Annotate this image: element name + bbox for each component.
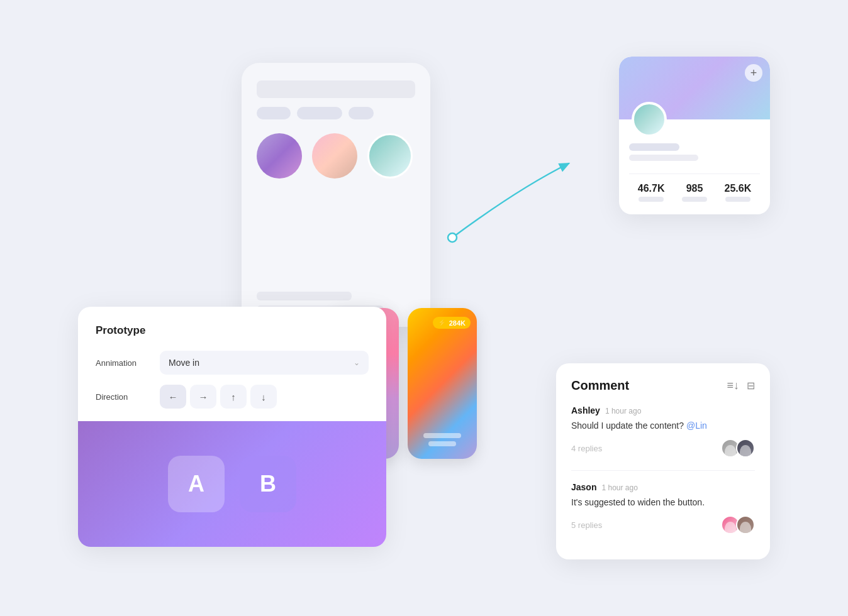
direction-buttons: ← → ↑ ↓ — [160, 385, 369, 409]
dir-btn-left[interactable]: ← — [160, 385, 186, 409]
circle-teal — [367, 133, 413, 179]
comment-item-1: Ashley 1 hour ago Should I update the co… — [571, 405, 755, 458]
comment-item-2: Jason 1 hour ago It's suggested to widen… — [571, 482, 755, 534]
comment-user-1: Ashley — [571, 405, 600, 415]
prototype-preview: A B — [78, 421, 386, 547]
stat-item-1: 46.7K — [638, 183, 665, 202]
sort-icon[interactable]: ≡↓ — [727, 379, 739, 392]
prototype-card: Prototype Annimation Move in ⌄ Direction… — [78, 307, 386, 547]
profile-card: + 46.7K 985 25.6K — [619, 57, 770, 214]
dir-btn-right[interactable]: → — [190, 385, 216, 409]
phone-bar-4 — [428, 441, 456, 446]
mockup-tag-1 — [257, 107, 291, 119]
comment-card: Comment ≡↓ ⊟ Ashley 1 hour ago Should I … — [556, 363, 770, 559]
comment-replies-1: 4 replies — [571, 439, 755, 458]
phone-badge: ⚡ 284K — [433, 317, 471, 329]
phone-badge-icon: ⚡ — [438, 319, 447, 327]
stat-value-2: 985 — [686, 183, 703, 194]
filter-icon[interactable]: ⊟ — [747, 380, 755, 392]
phone-badge-label: 284K — [449, 319, 466, 327]
mockup-top-bar — [257, 80, 415, 98]
profile-sub-bar — [629, 155, 698, 161]
mockup-circles — [257, 133, 415, 179]
reply-avatars-2 — [721, 515, 755, 534]
mobile-mockup — [242, 63, 430, 327]
reply-avatar-1b — [736, 439, 755, 458]
replies-label-2: 5 replies — [571, 520, 602, 530]
circle-purple — [257, 133, 302, 179]
mockup-tags — [257, 107, 415, 119]
profile-stats: 46.7K 985 25.6K — [629, 173, 760, 202]
comment-meta-1: Ashley 1 hour ago — [571, 405, 755, 415]
comment-replies-2: 5 replies — [571, 515, 755, 534]
phone-thumb-gradient: ⚡ 284K — [408, 308, 477, 459]
animation-select[interactable]: Move in ⌄ — [160, 351, 369, 375]
comment-mention-1[interactable]: @Lin — [686, 421, 707, 431]
dir-btn-up[interactable]: ↑ — [220, 385, 247, 409]
stat-bar-2 — [682, 197, 707, 202]
comment-text-2: It's suggested to widen the button. — [571, 496, 755, 509]
direction-label: Direction — [96, 392, 152, 402]
circle-peach — [312, 133, 357, 179]
comment-time-1: 1 hour ago — [605, 407, 641, 415]
stat-item-2: 985 — [682, 183, 707, 202]
reply-avatar-2b — [736, 515, 755, 534]
dir-btn-down[interactable]: ↓ — [250, 385, 277, 409]
comment-meta-2: Jason 1 hour ago — [571, 482, 755, 492]
phone-bar-3 — [423, 433, 461, 438]
stat-bar-3 — [725, 197, 750, 202]
comment-user-2: Jason — [571, 482, 596, 492]
mockup-bar-sm-1 — [257, 292, 352, 300]
direction-row: Direction ← → ↑ ↓ — [96, 385, 369, 409]
mockup-tag-2 — [297, 107, 342, 119]
comment-divider — [571, 470, 755, 471]
comment-title: Comment — [571, 378, 629, 393]
comment-time-2: 1 hour ago — [601, 483, 637, 492]
svg-point-1 — [448, 233, 457, 242]
replies-label-1: 4 replies — [571, 444, 602, 453]
profile-name-bar — [629, 143, 679, 151]
profile-plus-button[interactable]: + — [745, 64, 762, 82]
phone-gradient-bars — [423, 433, 461, 446]
comment-header: Comment ≡↓ ⊟ — [571, 378, 755, 393]
profile-banner: + — [619, 57, 770, 119]
profile-avatar — [632, 102, 667, 137]
mockup-tag-3 — [349, 107, 374, 119]
stat-value-1: 46.7K — [638, 183, 665, 194]
animation-row: Annimation Move in ⌄ — [96, 351, 369, 375]
stat-item-3: 25.6K — [725, 183, 752, 202]
stat-value-3: 25.6K — [725, 183, 752, 194]
ab-box-b: B — [240, 456, 296, 512]
reply-avatars-1 — [721, 439, 755, 458]
comment-icons: ≡↓ ⊟ — [727, 379, 755, 392]
stat-bar-1 — [639, 197, 664, 202]
comment-text-1: Should I update the content? @Lin — [571, 419, 755, 432]
prototype-title: Prototype — [96, 324, 369, 337]
chevron-down-icon: ⌄ — [354, 358, 360, 367]
animation-label: Annimation — [96, 358, 152, 368]
animation-value: Move in — [169, 358, 354, 368]
ab-box-a: A — [168, 456, 225, 512]
